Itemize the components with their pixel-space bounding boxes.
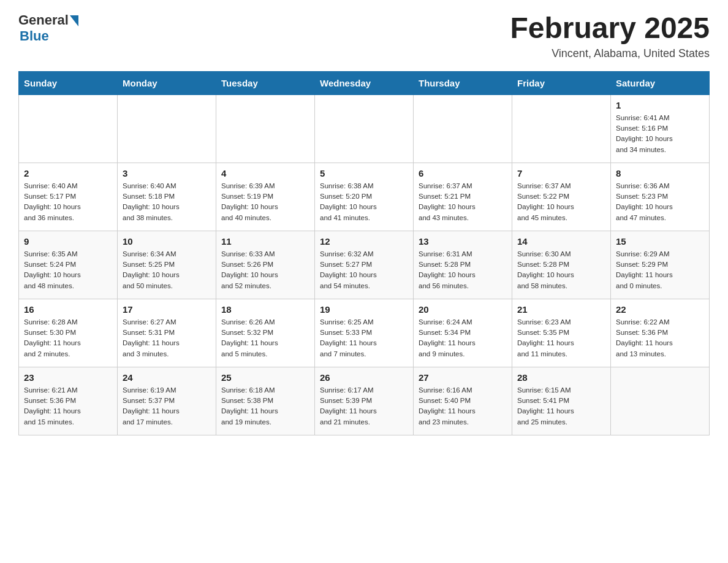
day-number: 16 <box>24 304 112 315</box>
day-number: 9 <box>24 236 112 247</box>
logo: General Blue <box>18 12 78 44</box>
day-sun-info: Sunrise: 6:23 AM Sunset: 5:35 PM Dayligh… <box>517 317 605 359</box>
calendar-day-cell: 17Sunrise: 6:27 AM Sunset: 5:31 PM Dayli… <box>118 299 216 367</box>
calendar-day-cell: 4Sunrise: 6:39 AM Sunset: 5:19 PM Daylig… <box>216 163 315 231</box>
day-sun-info: Sunrise: 6:40 AM Sunset: 5:17 PM Dayligh… <box>24 181 112 223</box>
calendar-day-cell: 19Sunrise: 6:25 AM Sunset: 5:33 PM Dayli… <box>315 299 414 367</box>
calendar-body: 1Sunrise: 6:41 AM Sunset: 5:16 PM Daylig… <box>19 94 710 435</box>
day-sun-info: Sunrise: 6:26 AM Sunset: 5:32 PM Dayligh… <box>221 317 309 359</box>
calendar-day-cell: 25Sunrise: 6:18 AM Sunset: 5:38 PM Dayli… <box>216 367 315 435</box>
day-sun-info: Sunrise: 6:31 AM Sunset: 5:28 PM Dayligh… <box>419 249 507 291</box>
calendar-table: SundayMondayTuesdayWednesdayThursdayFrid… <box>18 71 710 435</box>
logo-blue-text: Blue <box>20 28 49 44</box>
day-sun-info: Sunrise: 6:41 AM Sunset: 5:16 PM Dayligh… <box>616 113 704 155</box>
day-number: 12 <box>320 236 408 247</box>
calendar-day-cell: 15Sunrise: 6:29 AM Sunset: 5:29 PM Dayli… <box>611 231 710 299</box>
day-number: 8 <box>616 168 704 178</box>
day-number: 10 <box>123 236 211 247</box>
day-sun-info: Sunrise: 6:18 AM Sunset: 5:38 PM Dayligh… <box>221 385 309 427</box>
day-sun-info: Sunrise: 6:28 AM Sunset: 5:30 PM Dayligh… <box>24 317 112 359</box>
calendar-day-cell: 13Sunrise: 6:31 AM Sunset: 5:28 PM Dayli… <box>414 231 512 299</box>
day-number: 15 <box>616 236 704 247</box>
calendar-day-cell: 18Sunrise: 6:26 AM Sunset: 5:32 PM Dayli… <box>216 299 315 367</box>
day-number: 28 <box>517 372 605 383</box>
day-number: 11 <box>221 236 309 247</box>
day-sun-info: Sunrise: 6:15 AM Sunset: 5:41 PM Dayligh… <box>517 385 605 427</box>
day-number: 3 <box>123 168 211 178</box>
month-title: February 2025 <box>510 12 710 45</box>
calendar-week-row: 2Sunrise: 6:40 AM Sunset: 5:17 PM Daylig… <box>19 163 710 231</box>
day-of-week-header: Sunday <box>19 71 118 94</box>
calendar-day-cell: 8Sunrise: 6:36 AM Sunset: 5:23 PM Daylig… <box>611 163 710 231</box>
day-number: 19 <box>320 304 408 315</box>
day-sun-info: Sunrise: 6:37 AM Sunset: 5:21 PM Dayligh… <box>419 181 507 223</box>
calendar-day-cell: 26Sunrise: 6:17 AM Sunset: 5:39 PM Dayli… <box>315 367 414 435</box>
calendar-day-cell: 2Sunrise: 6:40 AM Sunset: 5:17 PM Daylig… <box>19 163 118 231</box>
day-number: 2 <box>24 168 112 178</box>
day-sun-info: Sunrise: 6:21 AM Sunset: 5:36 PM Dayligh… <box>24 385 112 427</box>
calendar-day-cell: 5Sunrise: 6:38 AM Sunset: 5:20 PM Daylig… <box>315 163 414 231</box>
day-number: 23 <box>24 372 112 383</box>
day-number: 6 <box>419 168 507 178</box>
day-number: 26 <box>320 372 408 383</box>
day-of-week-header: Friday <box>512 71 611 94</box>
title-block: February 2025 Vincent, Alabama, United S… <box>510 12 710 60</box>
calendar-day-cell: 20Sunrise: 6:24 AM Sunset: 5:34 PM Dayli… <box>414 299 512 367</box>
calendar-day-cell: 7Sunrise: 6:37 AM Sunset: 5:22 PM Daylig… <box>512 163 611 231</box>
day-sun-info: Sunrise: 6:19 AM Sunset: 5:37 PM Dayligh… <box>123 385 211 427</box>
calendar-day-cell: 21Sunrise: 6:23 AM Sunset: 5:35 PM Dayli… <box>512 299 611 367</box>
day-sun-info: Sunrise: 6:37 AM Sunset: 5:22 PM Dayligh… <box>517 181 605 223</box>
day-sun-info: Sunrise: 6:33 AM Sunset: 5:26 PM Dayligh… <box>221 249 309 291</box>
day-sun-info: Sunrise: 6:22 AM Sunset: 5:36 PM Dayligh… <box>616 317 704 359</box>
day-number: 7 <box>517 168 605 178</box>
calendar-day-cell <box>216 94 315 163</box>
calendar-day-cell: 24Sunrise: 6:19 AM Sunset: 5:37 PM Dayli… <box>118 367 216 435</box>
logo-general-text: General <box>18 12 69 28</box>
day-sun-info: Sunrise: 6:27 AM Sunset: 5:31 PM Dayligh… <box>123 317 211 359</box>
day-sun-info: Sunrise: 6:30 AM Sunset: 5:28 PM Dayligh… <box>517 249 605 291</box>
day-sun-info: Sunrise: 6:24 AM Sunset: 5:34 PM Dayligh… <box>419 317 507 359</box>
calendar-week-row: 16Sunrise: 6:28 AM Sunset: 5:30 PM Dayli… <box>19 299 710 367</box>
day-of-week-header: Monday <box>118 71 216 94</box>
day-sun-info: Sunrise: 6:40 AM Sunset: 5:18 PM Dayligh… <box>123 181 211 223</box>
calendar-day-cell: 3Sunrise: 6:40 AM Sunset: 5:18 PM Daylig… <box>118 163 216 231</box>
calendar-day-cell: 6Sunrise: 6:37 AM Sunset: 5:21 PM Daylig… <box>414 163 512 231</box>
calendar-day-cell: 12Sunrise: 6:32 AM Sunset: 5:27 PM Dayli… <box>315 231 414 299</box>
calendar-header: SundayMondayTuesdayWednesdayThursdayFrid… <box>19 71 710 94</box>
calendar-day-cell <box>315 94 414 163</box>
day-sun-info: Sunrise: 6:29 AM Sunset: 5:29 PM Dayligh… <box>616 249 704 291</box>
day-of-week-header: Thursday <box>414 71 512 94</box>
day-number: 24 <box>123 372 211 383</box>
calendar-week-row: 23Sunrise: 6:21 AM Sunset: 5:36 PM Dayli… <box>19 367 710 435</box>
calendar-day-cell <box>611 367 710 435</box>
day-number: 25 <box>221 372 309 383</box>
day-sun-info: Sunrise: 6:36 AM Sunset: 5:23 PM Dayligh… <box>616 181 704 223</box>
calendar-day-cell: 27Sunrise: 6:16 AM Sunset: 5:40 PM Dayli… <box>414 367 512 435</box>
calendar-day-cell: 11Sunrise: 6:33 AM Sunset: 5:26 PM Dayli… <box>216 231 315 299</box>
day-of-week-header: Saturday <box>611 71 710 94</box>
day-sun-info: Sunrise: 6:38 AM Sunset: 5:20 PM Dayligh… <box>320 181 408 223</box>
day-sun-info: Sunrise: 6:17 AM Sunset: 5:39 PM Dayligh… <box>320 385 408 427</box>
day-sun-info: Sunrise: 6:25 AM Sunset: 5:33 PM Dayligh… <box>320 317 408 359</box>
calendar-day-cell: 22Sunrise: 6:22 AM Sunset: 5:36 PM Dayli… <box>611 299 710 367</box>
calendar-day-cell <box>512 94 611 163</box>
day-number: 4 <box>221 168 309 178</box>
day-number: 27 <box>419 372 507 383</box>
day-header-row: SundayMondayTuesdayWednesdayThursdayFrid… <box>19 71 710 94</box>
day-sun-info: Sunrise: 6:34 AM Sunset: 5:25 PM Dayligh… <box>123 249 211 291</box>
calendar-day-cell: 14Sunrise: 6:30 AM Sunset: 5:28 PM Dayli… <box>512 231 611 299</box>
calendar-day-cell <box>118 94 216 163</box>
day-sun-info: Sunrise: 6:39 AM Sunset: 5:19 PM Dayligh… <box>221 181 309 223</box>
day-sun-info: Sunrise: 6:16 AM Sunset: 5:40 PM Dayligh… <box>419 385 507 427</box>
calendar-day-cell <box>414 94 512 163</box>
day-sun-info: Sunrise: 6:32 AM Sunset: 5:27 PM Dayligh… <box>320 249 408 291</box>
location-subtitle: Vincent, Alabama, United States <box>510 47 710 60</box>
day-number: 17 <box>123 304 211 315</box>
page-header: General Blue February 2025 Vincent, Alab… <box>18 12 710 60</box>
calendar-day-cell: 28Sunrise: 6:15 AM Sunset: 5:41 PM Dayli… <box>512 367 611 435</box>
day-number: 20 <box>419 304 507 315</box>
logo-arrow-icon <box>70 15 78 26</box>
calendar-week-row: 9Sunrise: 6:35 AM Sunset: 5:24 PM Daylig… <box>19 231 710 299</box>
day-number: 13 <box>419 236 507 247</box>
calendar-day-cell: 1Sunrise: 6:41 AM Sunset: 5:16 PM Daylig… <box>611 94 710 163</box>
